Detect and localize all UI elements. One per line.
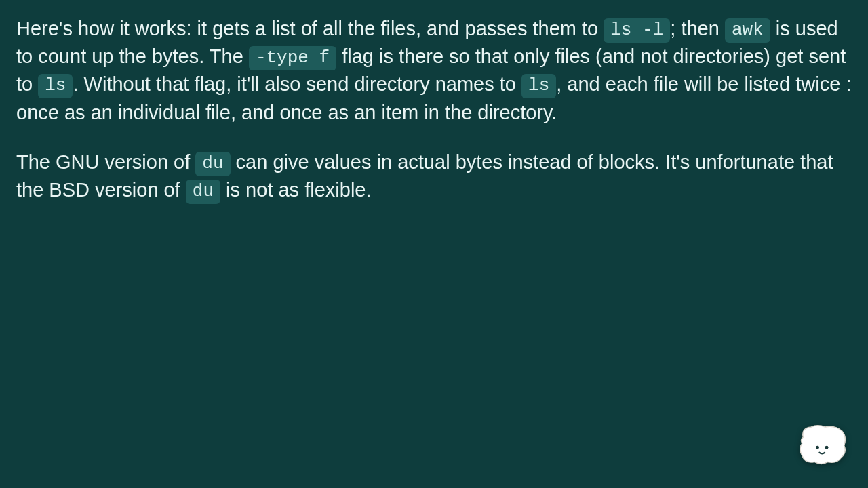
text: The GNU version of: [16, 151, 195, 173]
article-body: Here's how it works: it gets a list of a…: [0, 0, 868, 242]
code-du-2: du: [186, 180, 220, 204]
text: . Without that flag, it'll also send dir…: [73, 73, 521, 95]
text: Here's how it works: it gets a list of a…: [16, 18, 604, 39]
text: ; then: [670, 18, 725, 39]
code-ls-2: ls: [521, 74, 556, 98]
svg-point-1: [825, 446, 829, 449]
code-ls: ls: [38, 74, 73, 98]
code-ls-l: ls -l: [604, 18, 670, 43]
paragraph-2: The GNU version of du can give values in…: [16, 148, 852, 204]
text: is not as flexible.: [220, 179, 371, 201]
svg-point-0: [816, 446, 819, 449]
code-type-f: -type f: [249, 46, 336, 70]
chat-icon: [796, 423, 849, 469]
code-du: du: [195, 152, 230, 176]
chat-widget-button[interactable]: [796, 423, 849, 469]
paragraph-1: Here's how it works: it gets a list of a…: [16, 15, 852, 127]
code-awk: awk: [725, 18, 770, 43]
